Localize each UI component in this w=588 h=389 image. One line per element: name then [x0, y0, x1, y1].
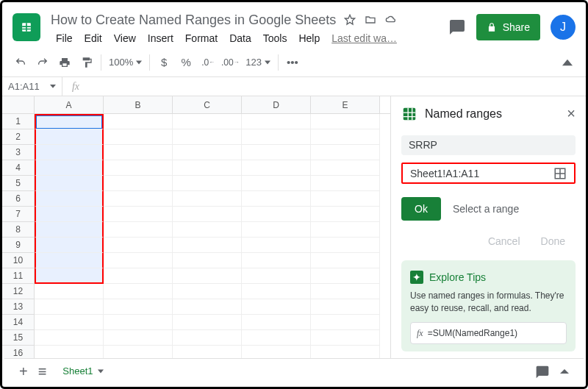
cell[interactable]	[35, 129, 104, 145]
sheet-tab-dropdown-icon[interactable]	[98, 368, 104, 374]
row-header[interactable]: 10	[2, 253, 35, 268]
cell[interactable]	[35, 176, 104, 191]
col-header-c[interactable]: C	[173, 96, 242, 113]
cell[interactable]	[35, 253, 104, 268]
cell[interactable]	[173, 145, 242, 160]
collapse-toolbar-icon[interactable]	[558, 53, 577, 72]
menu-format[interactable]: Format	[180, 31, 223, 46]
cell[interactable]	[173, 238, 242, 253]
row-header[interactable]: 14	[2, 315, 35, 330]
cloud-status-icon[interactable]	[384, 13, 398, 26]
cell[interactable]	[311, 268, 380, 284]
undo-button[interactable]	[11, 53, 30, 72]
range-name-input[interactable]: SRRP	[401, 135, 576, 155]
cell[interactable]	[242, 114, 311, 129]
grid-selector-icon[interactable]	[553, 167, 567, 180]
row-header[interactable]: 11	[2, 268, 35, 284]
cell[interactable]	[173, 268, 242, 284]
decrease-decimal-button[interactable]: .0←	[198, 53, 218, 72]
cell[interactable]	[35, 284, 104, 299]
ok-button[interactable]: Ok	[401, 197, 441, 221]
share-button[interactable]: Share	[476, 14, 540, 40]
cell[interactable]	[104, 129, 173, 145]
currency-button[interactable]: $	[154, 53, 173, 72]
cell[interactable]	[35, 299, 104, 315]
cell[interactable]	[311, 315, 380, 330]
cell[interactable]	[104, 160, 173, 176]
cell[interactable]	[35, 145, 104, 160]
formula-input[interactable]	[89, 77, 586, 96]
row-header[interactable]: 4	[2, 160, 35, 176]
cell[interactable]	[104, 268, 173, 284]
close-panel-button[interactable]: ×	[567, 105, 576, 122]
cell[interactable]	[242, 299, 311, 315]
row-header[interactable]: 6	[2, 191, 35, 207]
menu-edit[interactable]: Edit	[79, 31, 107, 46]
cell[interactable]	[104, 222, 173, 238]
cell[interactable]	[242, 315, 311, 330]
cell[interactable]	[104, 315, 173, 330]
row-header[interactable]: 13	[2, 299, 35, 315]
row-header[interactable]: 5	[2, 176, 35, 191]
cell[interactable]	[104, 191, 173, 207]
cell[interactable]	[173, 191, 242, 207]
cell[interactable]	[311, 176, 380, 191]
percent-button[interactable]: %	[176, 53, 196, 72]
cell[interactable]	[173, 253, 242, 268]
add-sheet-button[interactable]: +	[19, 363, 28, 380]
last-edit-link[interactable]: Last edit wa…	[326, 31, 402, 46]
menu-data[interactable]: Data	[224, 31, 257, 46]
cell[interactable]	[242, 268, 311, 284]
cell[interactable]	[242, 222, 311, 238]
cell[interactable]	[35, 114, 104, 129]
doc-title[interactable]: How to Create Named Ranges in Google She…	[51, 13, 336, 28]
comment-history-icon[interactable]	[448, 18, 466, 36]
cell[interactable]	[35, 238, 104, 253]
cancel-button[interactable]: Cancel	[488, 235, 520, 247]
cell[interactable]	[104, 145, 173, 160]
cell[interactable]	[311, 222, 380, 238]
name-box[interactable]: A1:A11	[2, 77, 62, 96]
cell[interactable]	[173, 160, 242, 176]
col-header-d[interactable]: D	[242, 96, 311, 113]
cell[interactable]	[35, 191, 104, 207]
cell[interactable]	[104, 284, 173, 299]
range-reference-input[interactable]: Sheet1!A1:A11	[401, 163, 576, 184]
cell[interactable]	[104, 114, 173, 129]
zoom-dropdown[interactable]: 100%	[106, 57, 145, 68]
move-folder-icon[interactable]	[364, 13, 377, 26]
cell[interactable]	[311, 330, 380, 346]
row-header[interactable]: 12	[2, 284, 35, 299]
cell[interactable]	[242, 207, 311, 222]
account-avatar[interactable]: J	[551, 15, 576, 40]
cell[interactable]	[173, 299, 242, 315]
row-header[interactable]: 9	[2, 238, 35, 253]
redo-button[interactable]	[33, 53, 52, 72]
row-header[interactable]: 7	[2, 207, 35, 222]
menu-help[interactable]: Help	[293, 31, 325, 46]
cell[interactable]	[311, 114, 380, 129]
paint-format-button[interactable]	[77, 53, 96, 72]
done-button[interactable]: Done	[541, 235, 565, 247]
all-sheets-button[interactable]: ≡	[38, 363, 47, 380]
increase-decimal-button[interactable]: .00→	[220, 53, 240, 72]
cell[interactable]	[173, 207, 242, 222]
print-button[interactable]	[55, 53, 74, 72]
cell[interactable]	[311, 191, 380, 207]
cell[interactable]	[35, 160, 104, 176]
spreadsheet-grid[interactable]: A B C D E 12345678910111213141516	[2, 96, 390, 360]
cell[interactable]	[173, 315, 242, 330]
menu-insert[interactable]: Insert	[143, 31, 179, 46]
select-range-link[interactable]: Select a range	[453, 203, 519, 215]
cell[interactable]	[242, 129, 311, 145]
row-header[interactable]: 3	[2, 145, 35, 160]
cell[interactable]	[104, 253, 173, 268]
cell[interactable]	[173, 222, 242, 238]
sheets-logo[interactable]	[12, 13, 40, 41]
cell[interactable]	[242, 160, 311, 176]
cell[interactable]	[311, 238, 380, 253]
format-select[interactable]: 123	[243, 57, 273, 68]
cell[interactable]	[104, 330, 173, 346]
cell[interactable]	[35, 315, 104, 330]
cell[interactable]	[35, 330, 104, 346]
